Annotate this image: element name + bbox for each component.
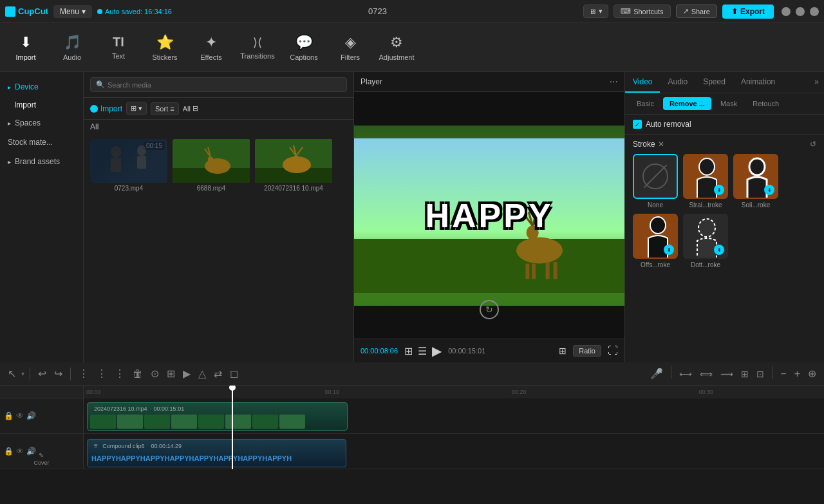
volume-icon[interactable]: 🔊 — [26, 411, 36, 420]
timeline-btn-5[interactable]: ⊡ — [754, 366, 767, 381]
stroke-remove-icon[interactable]: ✕ — [658, 140, 664, 149]
more-tabs-button[interactable]: » — [809, 72, 824, 93]
tool-text[interactable]: TI Text — [95, 24, 142, 71]
timeline-btn-3[interactable]: ⟿ — [718, 366, 736, 381]
tool-stickers[interactable]: ⭐ Stickers — [142, 24, 188, 71]
text-icon: TI — [113, 35, 124, 50]
sidebar-item-device[interactable]: ▸ Device — [0, 77, 83, 97]
shortcuts-button[interactable]: ⌨ Shortcuts — [613, 5, 670, 18]
sidebar-item-brand[interactable]: ▸ Brand assets — [0, 152, 83, 171]
tab-speed[interactable]: Speed — [695, 72, 733, 93]
timeline-btn-2[interactable]: ⟺ — [697, 366, 715, 381]
split-right-button[interactable]: ⋮ — [94, 366, 109, 381]
redo-button[interactable]: ↪ — [52, 366, 65, 381]
delete-button[interactable]: 🗑 — [130, 367, 145, 381]
close-button[interactable] — [810, 7, 819, 16]
tool-adjustment[interactable]: ⚙ Adjustment — [373, 24, 420, 71]
media-item-0723[interactable]: 00:15 0723.mp4 — [90, 139, 167, 192]
lock-icon-2[interactable]: 🔒 — [4, 447, 14, 456]
export-button[interactable]: ⬆ Export — [722, 5, 774, 19]
sidebar-item-import[interactable]: Import — [0, 97, 83, 113]
crop-button[interactable]: ⊞ — [559, 346, 566, 356]
zoom-in-button[interactable]: + — [792, 366, 803, 381]
sort-button[interactable]: Sort ≡ — [151, 102, 179, 115]
view-button[interactable]: ⊞ ▾ — [126, 102, 147, 115]
all-filter-button[interactable]: All ⊟ — [183, 104, 198, 113]
eye-icon-2[interactable]: 👁 — [16, 447, 24, 456]
media-item-6688[interactable]: Added 00:15 6688.mp4 — [173, 139, 250, 192]
svg-point-20 — [516, 237, 563, 263]
sub-tab-retouch[interactable]: Retouch — [746, 97, 785, 110]
stroke-option-dotted[interactable]: ⬇ Dott...roke — [683, 214, 728, 268]
tab-video[interactable]: Video — [625, 72, 660, 93]
timeline-btn-4[interactable]: ⊞ — [738, 366, 751, 381]
svg-point-38 — [698, 219, 715, 237]
zoom-out-button[interactable]: − — [778, 366, 789, 381]
sub-tab-remove[interactable]: Remove ... — [663, 97, 711, 110]
tool-transitions[interactable]: ⟩⟨ Transitions — [234, 24, 281, 71]
sidebar-item-stock[interactable]: Stock mate... — [0, 133, 83, 152]
lock-icon[interactable]: 🔒 — [4, 411, 14, 420]
undo-button[interactable]: ↩ — [35, 366, 49, 381]
grid-view-button[interactable]: ⊞ — [404, 345, 413, 357]
stroke-header: Stroke ✕ ↺ — [633, 140, 816, 149]
tool-effects[interactable]: ✦ Effects — [188, 24, 234, 71]
stroke-option-none[interactable]: None — [633, 154, 678, 209]
stroke-option-solid[interactable]: ⬇ Soli...roke — [733, 154, 778, 209]
cover-button[interactable]: ✎ Cover — [33, 452, 49, 466]
thumb-img-6688: Added 00:15 — [173, 139, 250, 183]
tool-import[interactable]: ⬇ Import — [3, 24, 49, 71]
transform-button[interactable]: ◻ — [227, 366, 241, 381]
play-tl-button[interactable]: ▶ — [180, 366, 193, 381]
tab-audio[interactable]: Audio — [660, 72, 695, 93]
player-menu-button[interactable]: ··· — [610, 76, 618, 88]
protect-button[interactable]: ⊙ — [148, 366, 162, 381]
timeline-content: 🔒 👁 🔊 🔒 👁 🔊 ✎ Cover 00:00 00:10 00:20 — [0, 386, 824, 469]
waveform-button[interactable]: △ — [196, 366, 209, 381]
list-view-button[interactable]: ☰ — [418, 345, 427, 357]
import-icon: ⬇ — [20, 34, 32, 51]
video-clip[interactable]: 2024072316 10.mp4 00:00:15:01 — [87, 402, 348, 431]
sub-tab-mask[interactable]: Mask — [714, 97, 744, 110]
fullscreen-button[interactable]: ⛶ — [608, 345, 618, 357]
menu-button[interactable]: Menu ▾ — [53, 5, 92, 18]
svg-rect-0 — [90, 139, 167, 183]
tool-audio[interactable]: 🎵 Audio — [49, 24, 95, 71]
rotate-handle[interactable]: ↻ — [480, 300, 499, 319]
right-panel: Video Audio Speed Animation » Basic Remo… — [624, 72, 824, 362]
stroke-option-straight[interactable]: ⬇ Strai...troke — [683, 154, 728, 209]
video-track-icons: 🔒 👁 🔊 — [4, 411, 36, 420]
play-button[interactable]: ▶ — [432, 343, 442, 359]
minimize-button[interactable] — [782, 7, 791, 16]
stroke-option-offset[interactable]: ⬇ Offs...roke — [633, 214, 678, 268]
cursor-tool-button[interactable]: ↖ — [5, 366, 19, 381]
sidebar-item-spaces[interactable]: ▸ Spaces — [0, 113, 83, 133]
import-button[interactable]: Import — [90, 104, 122, 113]
fit-button[interactable]: ⊕ — [805, 366, 819, 381]
mic-button[interactable]: 🎤 — [648, 366, 666, 381]
timeline-btn-1[interactable]: ⟷ — [677, 366, 695, 381]
maximize-button[interactable] — [796, 7, 805, 16]
stroke-refresh-icon[interactable]: ↺ — [810, 140, 816, 149]
project-title: 0723 — [177, 6, 578, 16]
monitor-button[interactable]: 🖥 ▾ — [583, 5, 608, 18]
share-button[interactable]: ↗ Share — [676, 5, 717, 18]
ruler-mark-0: 00:00 — [86, 389, 209, 395]
media-item-2024[interactable]: Added 00:16 2024072316 10.mp4 — [255, 139, 332, 192]
search-input[interactable] — [108, 81, 341, 89]
tool-stickers-label: Stickers — [152, 53, 177, 61]
tab-animation[interactable]: Animation — [733, 72, 783, 93]
split-left-button[interactable]: ⋮ — [112, 366, 127, 381]
flip-button[interactable]: ⇄ — [211, 366, 225, 381]
download-icon-straight: ⬇ — [714, 185, 724, 195]
ratio-button[interactable]: Ratio — [573, 345, 601, 357]
sub-tab-basic[interactable]: Basic — [630, 97, 660, 110]
text-clip[interactable]: ≡ Compound clip6 00:00:14:29 HAPPYHAPPYH… — [87, 439, 346, 467]
time-total: 00:00:15:01 — [448, 347, 485, 355]
eye-icon[interactable]: 👁 — [16, 411, 24, 420]
tool-captions[interactable]: 💬 Captions — [281, 24, 327, 71]
tool-filters[interactable]: ◈ Filters — [327, 24, 373, 71]
split-button[interactable]: ⋮ — [76, 366, 91, 381]
auto-removal-checkbox[interactable]: ✓ — [633, 120, 642, 129]
crop-tl-button[interactable]: ⊞ — [164, 366, 178, 381]
